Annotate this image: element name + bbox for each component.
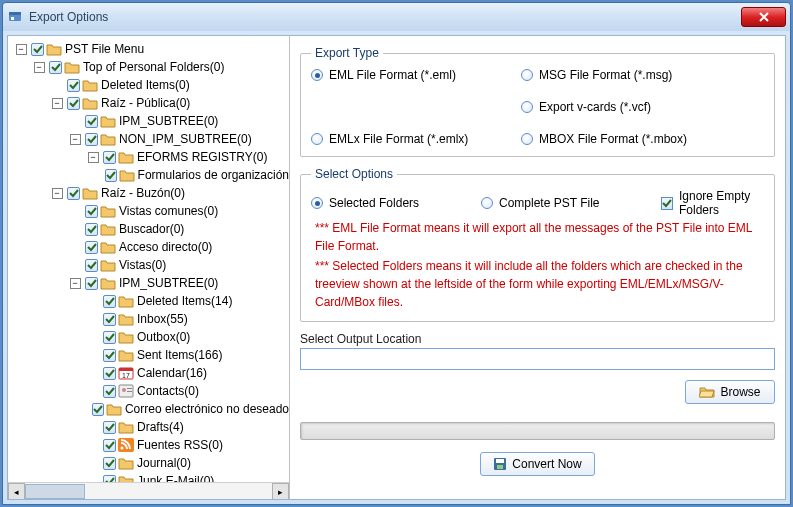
folder-icon <box>82 186 98 200</box>
radio-selected-folders-label: Selected Folders <box>329 196 419 210</box>
tree-checkbox[interactable] <box>49 61 62 74</box>
tree-expander <box>84 436 102 454</box>
tree-node[interactable]: Contacts(0) <box>12 382 289 400</box>
radio-dot-icon <box>311 69 323 81</box>
tree-node[interactable]: Journal(0) <box>12 454 289 472</box>
tree-checkbox[interactable] <box>85 115 98 128</box>
tree-checkbox[interactable] <box>103 295 116 308</box>
tree-node[interactable]: Vistas comunes(0) <box>12 202 289 220</box>
radio-dot-icon <box>481 197 493 209</box>
radio-eml-label: EML File Format (*.eml) <box>329 68 456 82</box>
tree-node[interactable]: Junk E-Mail(0) <box>12 472 289 482</box>
tree-expander[interactable]: − <box>48 94 66 112</box>
tree-checkbox[interactable] <box>85 133 98 146</box>
tree-expander <box>84 418 102 436</box>
tree-node[interactable]: Buscador(0) <box>12 220 289 238</box>
titlebar[interactable]: Export Options <box>3 3 790 31</box>
radio-dot-icon <box>521 69 533 81</box>
progress-bar <box>300 422 775 440</box>
tree-expander[interactable]: − <box>30 58 48 76</box>
tree-checkbox[interactable] <box>103 457 116 470</box>
tree-node-label: Outbox(0) <box>137 328 190 346</box>
tree-node[interactable]: −Raíz - Buzón(0) <box>12 184 289 202</box>
tree-node-label: EFORMS REGISTRY(0) <box>137 148 267 166</box>
close-button[interactable] <box>741 7 786 27</box>
tree-node[interactable]: −PST File Menu <box>12 40 289 58</box>
tree-node[interactable]: Deleted Items(14) <box>12 292 289 310</box>
tree-node[interactable]: −Raíz - Pública(0) <box>12 94 289 112</box>
tree-node[interactable]: IPM_SUBTREE(0) <box>12 112 289 130</box>
tree-expander[interactable]: − <box>84 148 102 166</box>
tree-checkbox[interactable] <box>85 205 98 218</box>
tree-checkbox[interactable] <box>67 79 80 92</box>
tree-node[interactable]: Sent Items(166) <box>12 346 289 364</box>
browse-button[interactable]: Browse <box>685 380 775 404</box>
tree-node[interactable]: Formularios de organización <box>12 166 289 184</box>
scroll-track[interactable] <box>25 483 272 499</box>
tree-node[interactable]: Drafts(4) <box>12 418 289 436</box>
tree-checkbox[interactable] <box>31 43 44 56</box>
tree-node[interactable]: 17Calendar(16) <box>12 364 289 382</box>
tree-checkbox[interactable] <box>103 313 116 326</box>
folder-icon <box>100 240 116 254</box>
tree-expander <box>66 112 84 130</box>
tree-node-label: Vistas(0) <box>119 256 166 274</box>
folder-icon <box>118 312 134 326</box>
tree-checkbox[interactable] <box>85 241 98 254</box>
tree-node[interactable]: Acceso directo(0) <box>12 238 289 256</box>
tree-expander[interactable]: − <box>48 184 66 202</box>
tree-expander[interactable]: − <box>66 130 84 148</box>
tree-node-label: Top of Personal Folders(0) <box>83 58 224 76</box>
tree-checkbox[interactable] <box>85 277 98 290</box>
tree-node[interactable]: Correo electrónico no deseado <box>12 400 289 418</box>
tree-checkbox[interactable] <box>103 349 116 362</box>
tree-node[interactable]: −Top of Personal Folders(0) <box>12 58 289 76</box>
radio-mbox[interactable]: MBOX File Format (*.mbox) <box>521 132 721 146</box>
tree-node[interactable]: −IPM_SUBTREE(0) <box>12 274 289 292</box>
tree-checkbox[interactable] <box>103 367 116 380</box>
folder-open-icon <box>699 385 715 399</box>
tree-checkbox[interactable] <box>67 97 80 110</box>
tree-node[interactable]: Inbox(55) <box>12 310 289 328</box>
convert-now-button[interactable]: Convert Now <box>480 452 594 476</box>
window-title: Export Options <box>29 10 741 24</box>
tree-expander[interactable]: − <box>66 274 84 292</box>
tree-expander <box>66 202 84 220</box>
scroll-left-button[interactable]: ◂ <box>8 483 25 500</box>
output-location-input[interactable] <box>300 348 775 370</box>
folder-tree[interactable]: −PST File Menu−Top of Personal Folders(0… <box>8 36 289 482</box>
tree-checkbox[interactable] <box>105 169 117 182</box>
radio-msg[interactable]: MSG File Format (*.msg) <box>521 68 721 82</box>
tree-expander[interactable]: − <box>12 40 30 58</box>
tree-checkbox[interactable] <box>103 439 116 452</box>
checkbox-ignore-empty[interactable]: Ignore Empty Folders <box>661 189 764 217</box>
svg-text:17: 17 <box>122 372 130 379</box>
radio-vcard[interactable]: Export v-cards (*.vcf) <box>521 100 651 114</box>
tree-checkbox[interactable] <box>103 475 116 483</box>
folder-icon <box>100 204 116 218</box>
tree-checkbox[interactable] <box>103 385 116 398</box>
tree-node[interactable]: Outbox(0) <box>12 328 289 346</box>
tree-node[interactable]: −NON_IPM_SUBTREE(0) <box>12 130 289 148</box>
radio-emlx[interactable]: EMLx File Format (*.emlx) <box>311 132 511 146</box>
tree-checkbox[interactable] <box>103 331 116 344</box>
radio-complete-pst[interactable]: Complete PST File <box>481 196 651 210</box>
scroll-thumb[interactable] <box>25 484 85 499</box>
radio-selected-folders[interactable]: Selected Folders <box>311 196 471 210</box>
tree-node[interactable]: −EFORMS REGISTRY(0) <box>12 148 289 166</box>
checkbox-icon <box>661 197 673 210</box>
tree-checkbox[interactable] <box>92 403 104 416</box>
tree-checkbox[interactable] <box>67 187 80 200</box>
tree-node[interactable]: Deleted Items(0) <box>12 76 289 94</box>
tree-node[interactable]: Fuentes RSS(0) <box>12 436 289 454</box>
tree-node[interactable]: Vistas(0) <box>12 256 289 274</box>
tree-checkbox[interactable] <box>85 223 98 236</box>
radio-eml[interactable]: EML File Format (*.eml) <box>311 68 511 82</box>
tree-horizontal-scrollbar[interactable]: ◂ ▸ <box>8 482 289 499</box>
scroll-right-button[interactable]: ▸ <box>272 483 289 500</box>
tree-node-label: Drafts(4) <box>137 418 184 436</box>
tree-checkbox[interactable] <box>85 259 98 272</box>
tree-checkbox[interactable] <box>103 421 116 434</box>
tree-expander <box>84 328 102 346</box>
tree-checkbox[interactable] <box>103 151 116 164</box>
